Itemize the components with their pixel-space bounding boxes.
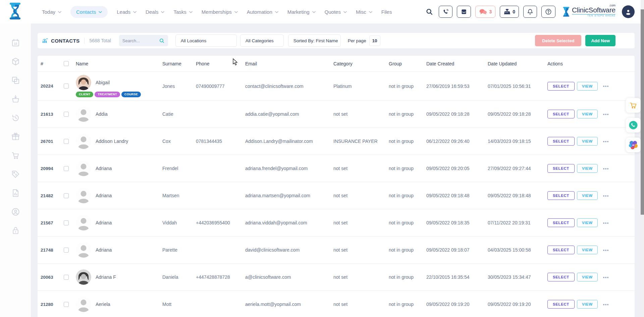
chevron-down-icon <box>312 11 316 13</box>
row-checkbox[interactable] <box>64 275 69 280</box>
register-button[interactable]: 0 <box>500 6 519 18</box>
header-actions: 3 0 .com ClinicSoftware TEN STEPS AHEAD <box>424 0 635 23</box>
more-actions-button[interactable]: ••• <box>603 112 609 117</box>
nav-item-quotes[interactable]: Quotes <box>325 9 347 15</box>
row-checkbox[interactable] <box>64 220 69 225</box>
sidebar-item-cart[interactable] <box>9 149 22 162</box>
search-input[interactable] <box>122 38 159 43</box>
select-button[interactable]: SELECT <box>547 137 575 146</box>
select-button[interactable]: SELECT <box>547 273 575 281</box>
per-page-input[interactable] <box>369 36 380 46</box>
row-checkbox[interactable] <box>64 248 69 253</box>
sidebar-item-lock[interactable] <box>9 224 22 237</box>
more-actions-button[interactable]: ••• <box>603 84 609 89</box>
sidebar-item-tag[interactable]: $ <box>9 167 22 181</box>
date-created: 06/12/2022 09:26:40 <box>426 139 488 144</box>
date-updated: 09/05/2022 09:18:28 <box>488 111 547 117</box>
row-checkbox[interactable] <box>64 302 69 307</box>
brand-logo: .com ClinicSoftware TEN STEPS AHEAD <box>562 6 615 17</box>
phone-call-button[interactable] <box>439 6 452 18</box>
more-actions-button[interactable]: ••• <box>603 302 609 307</box>
row-checkbox[interactable] <box>64 139 69 144</box>
select-button[interactable]: SELECT <box>547 82 575 91</box>
help-button[interactable] <box>541 6 555 18</box>
select-button[interactable]: SELECT <box>547 164 575 173</box>
more-actions-button[interactable]: ••• <box>603 275 609 280</box>
view-button[interactable]: VIEW <box>577 218 598 227</box>
more-actions-button[interactable]: ••• <box>603 193 609 198</box>
nav-item-tasks[interactable]: Tasks <box>173 9 192 15</box>
more-actions-button[interactable]: ••• <box>603 220 609 225</box>
nav-item-memberships[interactable]: Memberships <box>202 9 238 15</box>
sidebar-item-copy[interactable] <box>9 73 22 87</box>
select-all-checkbox[interactable] <box>64 61 69 66</box>
locations-select[interactable]: All Locations <box>175 35 237 47</box>
view-button[interactable]: VIEW <box>577 110 598 118</box>
sidebar-item-package[interactable] <box>9 55 22 68</box>
chat-button[interactable]: 3 <box>475 6 495 18</box>
contact-category: not set <box>333 247 389 253</box>
add-new-button[interactable]: Add New <box>585 35 615 46</box>
sidebar-item-history[interactable] <box>9 111 22 124</box>
row-checkbox[interactable] <box>64 193 69 198</box>
delete-selected-button[interactable]: Delete Selected <box>535 35 581 46</box>
sort-select[interactable]: Sorted By: First Name <box>288 35 341 47</box>
table-row: 21748AdrianaParettedavid@clinicsoftware.… <box>38 236 635 264</box>
select-button[interactable]: SELECT <box>547 191 575 200</box>
notifications-button[interactable] <box>523 6 537 18</box>
column-header-id: # <box>38 61 59 66</box>
view-button[interactable]: VIEW <box>577 137 598 146</box>
table-row: 21613AddiaCatieaddia.catie@yopmail.comno… <box>38 101 635 128</box>
svg-text:$: $ <box>15 173 17 176</box>
nav-item-today[interactable]: Today <box>42 9 61 15</box>
view-button[interactable]: VIEW <box>577 273 598 281</box>
row-checkbox[interactable] <box>64 84 69 89</box>
copy-icon <box>11 76 20 85</box>
nav-item-leads[interactable]: Leads <box>117 9 137 15</box>
more-actions-button[interactable]: ••• <box>603 248 609 253</box>
global-search-button[interactable] <box>424 8 434 15</box>
nav-item-misc[interactable]: Misc <box>356 9 372 15</box>
categories-select[interactable]: All Categories <box>240 35 284 47</box>
row-checkbox[interactable] <box>64 112 69 117</box>
left-sidebar: 12$ <box>0 23 31 317</box>
contact-id: 21567 <box>38 220 59 225</box>
avatar-placeholder <box>76 297 91 312</box>
contact-category: not set <box>333 193 389 198</box>
view-button[interactable]: VIEW <box>577 164 598 173</box>
search-submit[interactable] <box>159 38 165 44</box>
nav-item-marketing[interactable]: Marketing <box>287 9 316 15</box>
sidebar-item-basket[interactable] <box>9 92 22 106</box>
user-avatar[interactable] <box>622 5 635 18</box>
select-button[interactable]: SELECT <box>547 246 575 254</box>
select-button[interactable]: SELECT <box>547 300 575 309</box>
row-checkbox[interactable] <box>64 166 69 171</box>
contact-category: not set <box>333 166 389 171</box>
nav-item-files[interactable]: Files <box>381 9 392 15</box>
select-button[interactable]: SELECT <box>547 218 575 227</box>
select-button[interactable]: SELECT <box>547 110 575 118</box>
scrollbar-thumb[interactable] <box>641 9 644 215</box>
nav-item-deals[interactable]: Deals <box>146 9 164 15</box>
floating-ai-button[interactable]: AI <box>626 138 641 152</box>
nav-item-contacts[interactable]: Contacts <box>70 6 108 18</box>
floating-whatsapp-button[interactable] <box>626 118 641 133</box>
sidebar-item-report[interactable] <box>9 186 22 200</box>
sidebar-item-gift[interactable] <box>9 130 22 143</box>
brand-tagline: TEN STEPS AHEAD <box>572 14 615 17</box>
more-actions-button[interactable]: ••• <box>603 166 609 171</box>
sidebar-item-account[interactable] <box>9 205 22 218</box>
nav-item-automation[interactable]: Automation <box>247 9 278 15</box>
floating-cart-button[interactable] <box>626 98 641 113</box>
contact-category: INSURANCE PAYER <box>333 139 389 144</box>
more-actions-button[interactable]: ••• <box>603 139 609 144</box>
table-row: 20063Adriana FDaniela+447428878728a@clin… <box>38 264 635 291</box>
view-button[interactable]: VIEW <box>577 82 598 91</box>
view-button[interactable]: VIEW <box>577 300 598 309</box>
contact-email: adriana.viddah@yopmail.com <box>245 220 333 225</box>
view-button[interactable]: VIEW <box>577 191 598 200</box>
sidebar-item-calendar[interactable]: 12 <box>9 36 22 49</box>
inbox-button[interactable] <box>457 6 471 18</box>
view-button[interactable]: VIEW <box>577 246 598 254</box>
whatsapp-icon <box>629 120 638 130</box>
